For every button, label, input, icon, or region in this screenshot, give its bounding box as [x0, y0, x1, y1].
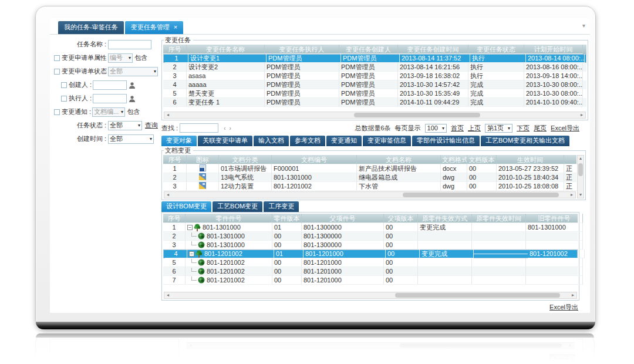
find-prev-icon[interactable]: ‹: [224, 125, 225, 132]
column-header: 序号: [163, 155, 187, 164]
detail-tab[interactable]: 工艺BOM变更相关输出文档: [481, 136, 569, 146]
find-next-icon[interactable]: ›: [229, 125, 231, 132]
table-row[interactable]: 1−801-130100001801-130000000变更完成801-1301…: [163, 223, 578, 232]
table-row[interactable]: 4−801-120100201801-120100000变更完成801-1201…: [163, 250, 578, 258]
table-row[interactable]: 213电气系统801-1301000继电器箱总成dwg002010-10-25 …: [163, 173, 576, 182]
scroll-left-icon[interactable]: ◂: [164, 292, 171, 298]
horizontal-scrollbar[interactable]: ◂ ▸: [164, 191, 576, 198]
attr-checkbox[interactable]: [54, 55, 60, 61]
detail-tab[interactable]: 参考文档: [290, 136, 325, 146]
status-select[interactable]: 全部▾: [108, 67, 158, 76]
detail-tab[interactable]: 变更审签信息: [363, 136, 411, 146]
task-name-input[interactable]: [108, 40, 151, 49]
scroll-right-icon[interactable]: ▸: [578, 112, 585, 118]
bom-tab[interactable]: 工序变更: [264, 201, 299, 212]
scrollbar-thumb[interactable]: [403, 193, 559, 197]
notice-checkbox[interactable]: [54, 109, 60, 115]
page-select[interactable]: 第1页▾: [485, 124, 512, 133]
scrollbar-thumb[interactable]: [578, 163, 583, 176]
table-row[interactable]: 3801-130100000801-130000000: [163, 241, 578, 250]
cell: PDM管理员: [339, 98, 398, 107]
time-select[interactable]: 全部▾: [108, 134, 154, 144]
horizontal-scrollbar[interactable]: ◂ ▸: [164, 112, 586, 119]
creator-checkbox[interactable]: [61, 82, 67, 88]
cell: PDM管理员: [341, 54, 400, 63]
table-row[interactable]: 3asasaPDM管理员PDM管理员2013-09-18 16:38:02执行2…: [163, 72, 586, 80]
executor-input[interactable]: [93, 94, 127, 103]
table-row[interactable]: 5801-120100200801-120100000: [163, 258, 578, 267]
attr-select[interactable]: 编号▾: [108, 53, 133, 63]
scroll-down-icon[interactable]: ▾: [578, 192, 584, 198]
table-row[interactable]: 6801-120100200801-120100000: [163, 267, 578, 276]
cell: PDM管理员: [265, 80, 339, 89]
scroll-right-icon[interactable]: ▸: [569, 292, 576, 298]
bom-tab[interactable]: 设计BOM变更: [161, 201, 211, 212]
part-number-cell: −801-1201002: [187, 250, 274, 258]
query-link[interactable]: 查询: [145, 121, 158, 130]
cell: PDM管理员: [265, 72, 339, 80]
table-row[interactable]: 5楚天变更PDM管理员PDM管理员2013-10-30 15:35:49完成20…: [163, 89, 586, 98]
tab-change-task-management[interactable]: 变更任务管理×: [125, 21, 183, 34]
detail-tab[interactable]: 输入文档: [254, 136, 289, 146]
table-row[interactable]: 2801-130100000801-130000000: [163, 232, 578, 241]
tree-collapse-icon[interactable]: −: [187, 225, 193, 230]
executor-checkbox[interactable]: [61, 96, 67, 102]
chevron-down-icon[interactable]: ▾: [582, 23, 585, 28]
next-page-link[interactable]: 下页: [517, 124, 530, 133]
find-input[interactable]: [180, 123, 218, 133]
detail-tab[interactable]: 变更通知: [326, 136, 362, 146]
tree-elbow-line: [191, 232, 197, 237]
cell: 2013-08-14 11:37:52: [400, 54, 470, 63]
status-label: 变更申请单状态: [62, 67, 107, 76]
table-row[interactable]: 2设计变更2PDM管理员PDM管理员2013-08-14 16:21:56执行2…: [163, 63, 586, 72]
person-icon[interactable]: [129, 82, 136, 89]
last-page-link[interactable]: 尾页: [534, 124, 547, 133]
table-row[interactable]: 312动力装置801-1201002下水管dwg002010-10-25 18:…: [163, 182, 576, 191]
table-row[interactable]: 1设计变更1PDM管理员PDM管理员2013-08-14 11:37:52执行2…: [163, 54, 586, 63]
tab-my-tasks[interactable]: 我的任务-审签任务: [58, 21, 124, 34]
scroll-right-icon[interactable]: ▸: [568, 192, 575, 198]
scrollbar-thumb[interactable]: [395, 293, 560, 298]
part-number: 801-1201002: [207, 258, 245, 267]
tree-collapse-icon[interactable]: −: [189, 251, 194, 257]
cell: [418, 258, 472, 267]
excel-export-link[interactable]: Excel导出: [551, 124, 579, 133]
first-page-link[interactable]: 首页: [451, 124, 464, 133]
vertical-scrollbar[interactable]: ▴ ▾: [577, 155, 584, 198]
scroll-left-icon[interactable]: ◂: [164, 192, 171, 198]
per-page-select[interactable]: 100▾: [425, 124, 447, 133]
cell: [474, 254, 528, 254]
cell: 801-1201002: [272, 182, 357, 191]
bom-header: 序号零件件号零件版本父项件号父项版本原零件失效方式原零件失效时间旧零件件号: [163, 214, 578, 223]
bom-tab[interactable]: 工艺BOM变更: [213, 201, 262, 212]
person-icon[interactable]: [129, 95, 136, 102]
scrollbar-thumb[interactable]: [354, 113, 480, 117]
close-icon[interactable]: ×: [174, 23, 177, 31]
prev-page-link[interactable]: 上页: [468, 124, 481, 133]
table-row[interactable]: 6变更任务 1PDM管理员PDM管理员2014-10-11 09:44:29完成…: [163, 98, 586, 107]
detail-tab[interactable]: 零部件设计输出信息: [412, 136, 480, 146]
change-task-table: 序号变更任务名称变更任务执行人变更任务创建人变更任务创建时间变更任务状态计划开始…: [163, 45, 586, 107]
cell: 楚天变更: [187, 89, 265, 98]
notice-select[interactable]: 文档编...▾: [92, 107, 125, 117]
horizontal-scrollbar[interactable]: ◂ ▸: [164, 292, 577, 299]
creator-label: 创建人 :: [69, 80, 92, 89]
scroll-left-icon[interactable]: ◂: [164, 112, 171, 118]
creator-input[interactable]: [93, 80, 127, 90]
status-checkbox[interactable]: [54, 69, 60, 75]
state-select[interactable]: 全部▾: [108, 121, 142, 130]
cell: 00: [272, 241, 302, 250]
main-area: 变更任务 序号变更任务名称变更任务执行人变更任务创建人变更任务创建时间变更任务状…: [159, 35, 588, 312]
scroll-up-icon[interactable]: ▴: [578, 156, 584, 161]
detail-tab[interactable]: 变更对象: [161, 136, 197, 146]
part-icon: [198, 241, 205, 248]
cell: 6: [163, 98, 187, 107]
table-row[interactable]: 4aaaaaPDM管理员PDM管理员2013-10-30 14:57:42完成2…: [163, 80, 586, 89]
excel-export-link[interactable]: Excel导出: [549, 304, 578, 311]
cell: 5: [163, 89, 187, 98]
detail-tab[interactable]: 关联变更申请单: [198, 136, 252, 146]
table-row[interactable]: 101市场调研报告F000001新产品技术调研报告docx002013-05-2…: [163, 164, 576, 173]
cell: 2010-10-25 18:08:08: [497, 182, 564, 191]
table-row[interactable]: 7801-120100200801-120100000: [163, 276, 578, 285]
column-header: 文档名称: [357, 155, 441, 164]
